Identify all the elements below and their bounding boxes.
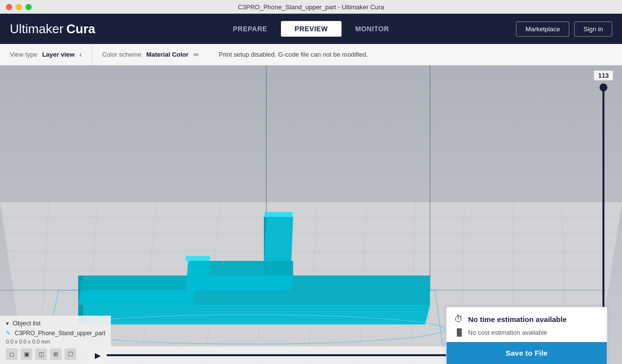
brand-cura: Cura bbox=[66, 21, 95, 37]
svg-marker-34 bbox=[186, 261, 210, 290]
estimation-content: ⏱ No time estimation available ▐▌ No cos… bbox=[447, 307, 607, 336]
signin-button[interactable]: Sign in bbox=[574, 21, 612, 37]
estimation-panel: ⏱ No time estimation available ▐▌ No cos… bbox=[446, 307, 607, 364]
color-scheme-section: Color scheme Material Color ✏ bbox=[92, 44, 209, 65]
svg-marker-29 bbox=[264, 212, 293, 217]
brand-ultimaker: Ultimaker bbox=[10, 21, 64, 37]
navbar: Ultimaker Cura PREPARE PREVIEW MONITOR M… bbox=[0, 14, 622, 44]
tab-preview[interactable]: PREVIEW bbox=[281, 21, 342, 37]
tab-monitor[interactable]: MONITOR bbox=[342, 21, 403, 37]
svg-marker-33 bbox=[81, 280, 195, 290]
view-type-label: View type bbox=[10, 51, 37, 58]
object-list-title: Object list bbox=[13, 320, 41, 327]
svg-marker-35 bbox=[186, 256, 210, 261]
edit-icon[interactable]: ✏ bbox=[193, 51, 199, 59]
nav-actions: Marketplace Sign in bbox=[403, 21, 612, 37]
object-tool-copy-btn[interactable]: ⊞ bbox=[50, 348, 62, 360]
tab-prepare[interactable]: PREPARE bbox=[219, 21, 281, 37]
view-type-section: View type Layer view ‹ bbox=[0, 44, 92, 65]
clock-icon: ⏱ bbox=[454, 314, 463, 324]
toolbar-notice: Print setup disabled. G-code file can no… bbox=[209, 51, 622, 58]
object-dimensions: 0.0 x 0.0 x 0.0 mm bbox=[6, 339, 105, 344]
object-list-header: ▾ Object list bbox=[6, 320, 105, 327]
object-tool-cube-btn[interactable]: ◻ bbox=[6, 348, 18, 360]
brand: Ultimaker Cura bbox=[10, 21, 219, 37]
object-item-edit-icon: ✎ bbox=[6, 330, 11, 337]
object-tool-side-btn[interactable]: ◫ bbox=[35, 348, 47, 360]
marketplace-button[interactable]: Marketplace bbox=[516, 21, 569, 37]
color-scheme-value: Material Color bbox=[146, 51, 189, 58]
object-item-name: C3PRO_Phone_Stand_upper_part bbox=[15, 330, 105, 337]
play-button[interactable]: ▶ bbox=[95, 351, 101, 360]
layer-number: 113 bbox=[594, 70, 613, 81]
close-button[interactable] bbox=[6, 4, 12, 10]
minimize-button[interactable] bbox=[16, 4, 22, 10]
maximize-button[interactable] bbox=[25, 4, 32, 10]
no-time-label: No time estimation available bbox=[468, 315, 567, 323]
estimation-time-row: ⏱ No time estimation available bbox=[454, 314, 599, 324]
color-scheme-label: Color scheme bbox=[102, 51, 141, 58]
no-cost-label: No cost estimation available bbox=[468, 329, 547, 336]
estimation-cost-row: ▐▌ No cost estimation available bbox=[454, 328, 599, 336]
object-tool-front-btn[interactable]: ▣ bbox=[21, 348, 32, 360]
viewport[interactable]: 113 ▾ Object list ✎ C3PRO_Phone_Stand_up… bbox=[0, 65, 622, 364]
window-controls[interactable] bbox=[6, 4, 32, 10]
cost-icon: ▐▌ bbox=[454, 328, 464, 336]
nav-tabs: PREPARE PREVIEW MONITOR bbox=[219, 21, 403, 37]
svg-marker-32 bbox=[78, 290, 195, 305]
toolbar: View type Layer view ‹ Color scheme Mate… bbox=[0, 44, 622, 65]
view-type-value: Layer view bbox=[42, 51, 75, 58]
progress-track[interactable] bbox=[107, 354, 488, 356]
object-list-item: ✎ C3PRO_Phone_Stand_upper_part bbox=[6, 329, 105, 338]
object-list-chevron-icon[interactable]: ▾ bbox=[6, 320, 9, 327]
window-title: C3PRO_Phone_Stand_upper_part - Ultimaker… bbox=[238, 3, 384, 11]
view-type-chevron-icon[interactable]: ‹ bbox=[80, 50, 82, 59]
object-tool-delete-btn[interactable]: ☐ bbox=[64, 348, 76, 360]
playback-bar: ▶ bbox=[88, 346, 495, 364]
title-bar: C3PRO_Phone_Stand_upper_part - Ultimaker… bbox=[0, 0, 622, 14]
layer-slider-thumb-top[interactable] bbox=[600, 84, 607, 91]
save-to-file-button[interactable]: Save to File bbox=[447, 342, 607, 364]
